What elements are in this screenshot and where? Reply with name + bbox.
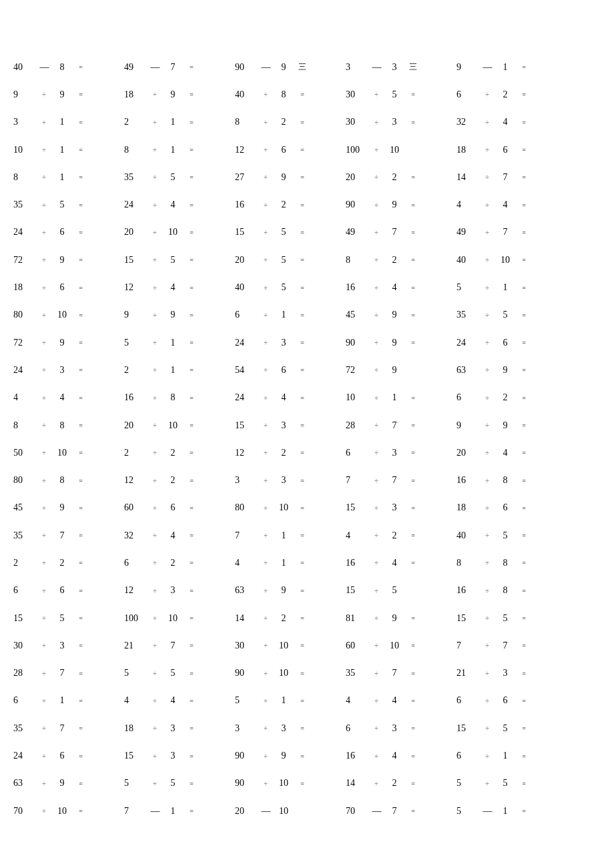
equals: = <box>72 532 89 539</box>
divisor: 1 <box>495 62 515 73</box>
divisor: 6 <box>52 585 72 596</box>
divisor: 1 <box>163 338 183 348</box>
problem: 4÷4= <box>12 392 99 403</box>
problem: 20—10 <box>234 806 320 817</box>
problem: 3÷3= <box>234 723 320 734</box>
operator: ÷ <box>368 173 384 181</box>
dividend: 70 <box>12 806 36 817</box>
dividend: 12 <box>234 448 258 458</box>
equals: = <box>72 119 89 126</box>
divisor: 4 <box>163 695 183 706</box>
divisor: 5 <box>52 613 72 624</box>
divisor: 6 <box>52 227 72 238</box>
problem: 2÷1= <box>123 117 210 127</box>
dividend: 4 <box>344 530 368 541</box>
operator: ÷ <box>258 697 274 705</box>
equals: = <box>404 312 422 319</box>
problem: 54÷6= <box>234 365 320 376</box>
equals: 三 <box>404 61 422 73</box>
equals: = <box>404 394 422 402</box>
problem: 80÷10= <box>12 310 99 320</box>
operator: ÷ <box>258 532 274 539</box>
operator: ÷ <box>258 449 274 456</box>
divisor: 7 <box>52 668 72 679</box>
dividend: 4 <box>123 695 147 706</box>
equals: = <box>72 229 89 236</box>
dividend: 3 <box>12 117 36 127</box>
equals: = <box>72 63 89 71</box>
problem: 3÷1= <box>12 117 99 127</box>
problem: 5÷1= <box>455 282 542 293</box>
operator: ÷ <box>36 587 52 594</box>
problem: 16÷2= <box>234 199 320 210</box>
equals: = <box>72 394 89 402</box>
equals: = <box>183 587 200 594</box>
problem: 16÷8= <box>455 475 542 486</box>
dividend: 5 <box>455 282 479 293</box>
equals: = <box>515 504 533 512</box>
equals: = <box>183 284 200 292</box>
operator: ÷ <box>479 146 495 153</box>
operator: ÷ <box>36 173 52 181</box>
dividend: 70 <box>344 806 368 817</box>
divisor: 2 <box>384 530 404 541</box>
dividend: 49 <box>455 227 479 238</box>
divisor: 1 <box>384 392 404 403</box>
divisor: 9 <box>52 338 72 348</box>
divisor: 10 <box>384 640 404 651</box>
equals: = <box>404 173 422 181</box>
equals: = <box>183 339 200 346</box>
row: 80÷10=9÷9=6÷1=45÷9=35÷5= <box>12 302 602 329</box>
problem: 30÷3= <box>344 117 431 127</box>
operator: ÷ <box>258 422 274 429</box>
dividend: 9 <box>12 89 36 100</box>
divisor: 7 <box>384 668 404 679</box>
problem: 7÷7= <box>455 640 542 651</box>
dividend: 8 <box>455 558 479 568</box>
equals: = <box>294 697 311 705</box>
divisor: 5 <box>384 89 404 100</box>
operator: ÷ <box>258 559 274 566</box>
equals: = <box>515 256 533 264</box>
dividend: 90 <box>234 668 258 679</box>
operator: ÷ <box>36 807 52 815</box>
operator: ÷ <box>368 614 384 622</box>
dividend: 12 <box>123 475 147 486</box>
equals: = <box>404 532 422 539</box>
equals: = <box>294 229 311 236</box>
equals: = <box>294 312 311 319</box>
equals: = <box>183 504 200 512</box>
dividend: 6 <box>455 89 479 100</box>
problem: 35÷5= <box>12 199 99 210</box>
dividend: 24 <box>123 199 147 210</box>
dividend: 14 <box>234 613 258 624</box>
divisor: 3 <box>384 448 404 458</box>
problem: 5—1= <box>455 806 542 817</box>
operator: ÷ <box>258 201 274 209</box>
operator: ÷ <box>36 146 52 153</box>
divisor: 9 <box>274 751 294 761</box>
dividend: 8 <box>123 145 147 155</box>
equals: = <box>183 449 200 456</box>
divisor: 10 <box>274 668 294 679</box>
problem: 6÷3= <box>344 448 431 458</box>
divisor: 9 <box>52 255 72 266</box>
row: 8÷8=20÷10=15÷3=28÷7=9÷9= <box>12 412 602 439</box>
dividend: 35 <box>455 310 479 320</box>
equals: = <box>72 91 89 98</box>
dividend: 54 <box>234 365 258 376</box>
divisor: 9 <box>52 89 72 100</box>
operator: ÷ <box>147 725 163 732</box>
operator: ÷ <box>258 229 274 236</box>
problem: 24÷3= <box>234 338 320 348</box>
dividend: 12 <box>123 282 147 293</box>
operator: ÷ <box>479 449 495 456</box>
divisor: 5 <box>52 199 72 210</box>
equals: = <box>183 670 200 677</box>
operator: — <box>368 62 384 73</box>
divisor: 1 <box>274 310 294 320</box>
dividend: 35 <box>12 530 36 541</box>
dividend: 21 <box>123 640 147 651</box>
equals: = <box>404 807 422 815</box>
dividend: 6 <box>344 723 368 734</box>
